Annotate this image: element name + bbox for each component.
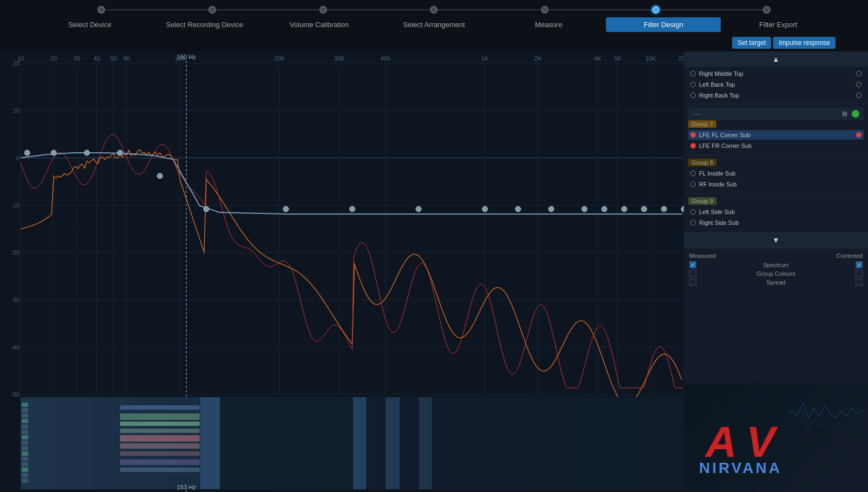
tab-filter-design[interactable]: Filter Design — [606, 17, 721, 32]
spread-corrected-check[interactable] — [856, 279, 863, 286]
indicator-lfe-fl — [856, 132, 862, 138]
group-colours-measured-check[interactable] — [689, 270, 696, 277]
other-channels-section: Right Middle Top Left Back Top Right Bac… — [684, 67, 868, 104]
group7-header-row: ··· ⊞ — [688, 107, 864, 120]
progress-dot-2[interactable] — [208, 6, 216, 14]
channel-left-back-top[interactable]: Left Back Top — [688, 80, 864, 89]
channel-right-indicator-rbt — [856, 93, 862, 98]
channel-right-middle-top[interactable]: Right Middle Top — [688, 69, 864, 79]
dot-right-side — [690, 220, 696, 225]
channel-lfe-fl-corner-sub[interactable]: LFE FL Corner Sub — [688, 130, 864, 140]
legend-group-colours: Group Colours — [689, 270, 863, 277]
tab-select-device[interactable]: Select Device — [32, 17, 147, 32]
channel-left-side-sub[interactable]: Left Side Sub — [688, 207, 864, 217]
group9-label: Group 9 — [688, 197, 716, 205]
dot-lfe-fl — [690, 132, 696, 138]
channel-right-back-top[interactable]: Right Back Top — [688, 90, 864, 100]
bottom-legend: Measured Corrected ✓ Spectrum ✓ Group Co… — [684, 248, 868, 292]
channel-right-side-sub[interactable]: Right Side Sub — [688, 218, 864, 228]
progress-dot-4[interactable] — [430, 6, 438, 14]
nav-sub-tabs: Set target Impulse response — [732, 37, 836, 49]
svg-text:NIRVANA: NIRVANA — [699, 459, 782, 476]
channel-right-indicator-rmt — [856, 71, 862, 76]
scroll-up-button[interactable]: ▲ — [684, 51, 868, 67]
tab-select-recording-device[interactable]: Select Recording Device — [147, 17, 262, 32]
group7-dots: ··· — [693, 109, 701, 118]
corrected-label: Corrected — [837, 253, 863, 259]
dot-rf-inside — [690, 182, 696, 187]
spread-label: Spread — [701, 279, 851, 286]
progress-dot-3[interactable] — [319, 6, 327, 14]
group9-section: Group 9 Left Side Sub Right Side Sub — [684, 194, 868, 232]
group8-label: Group 8 — [688, 159, 716, 166]
channel-dot-right-middle-top — [690, 71, 696, 76]
spectrum-measured-check[interactable]: ✓ — [689, 261, 696, 268]
right-panel: ▲ Right Middle Top Left Back Top Right B… — [684, 51, 868, 492]
channel-dot-left-back-top — [690, 82, 696, 87]
spectrum-corrected-check[interactable]: ✓ — [856, 261, 863, 268]
channel-lfe-fr-corner-sub[interactable]: LFE FR Corner Sub — [688, 141, 864, 151]
dot-lfe-fr — [690, 143, 696, 148]
group-colours-corrected-check[interactable] — [856, 270, 863, 277]
group8-section: Group 8 FL Inside Sub RF Inside Sub — [684, 156, 868, 194]
scroll-down-button[interactable]: ▼ — [684, 232, 868, 248]
group7-label: Group 7 — [688, 120, 716, 128]
group7-active-indicator[interactable] — [852, 110, 859, 118]
spread-measured-check[interactable] — [689, 279, 696, 286]
group-colours-label: Group Colours — [701, 270, 851, 277]
dot-fl-inside — [690, 171, 696, 176]
progress-dot-6[interactable] — [652, 6, 660, 14]
nav-tabs-row: Select Device Select Recording Device Vo… — [0, 17, 868, 32]
top-nav: Select Device Select Recording Device Vo… — [0, 0, 868, 49]
main-chart-canvas[interactable] — [0, 51, 684, 492]
spectrum-label: Spectrum — [701, 262, 851, 268]
progress-bar — [0, 4, 868, 15]
channel-right-indicator-lbt — [856, 82, 862, 87]
dot-left-side — [690, 209, 696, 215]
svg-text:A: A — [704, 418, 737, 466]
main-chart-area — [0, 51, 684, 492]
tab-volume-calibration[interactable]: Volume Calibration — [262, 17, 377, 32]
measured-label: Measured — [689, 253, 716, 259]
svg-text:V: V — [746, 418, 778, 466]
tab-measure[interactable]: Measure — [491, 17, 606, 32]
channel-dot-right-back-top — [690, 93, 696, 98]
tab-select-arrangement[interactable]: Select Arrangement — [377, 17, 492, 32]
channel-rf-inside-sub[interactable]: RF Inside Sub — [688, 179, 864, 189]
nirvana-logo: A V NIRVANA — [684, 384, 868, 492]
progress-dot-7[interactable] — [763, 6, 771, 14]
legend-spread: Spread — [689, 279, 863, 286]
tab-filter-export[interactable]: Filter Export — [721, 17, 836, 32]
tab-impulse-response[interactable]: Impulse response — [773, 37, 836, 49]
nirvana-logo-svg: A V NIRVANA — [689, 386, 863, 489]
channel-fl-inside-sub[interactable]: FL Inside Sub — [688, 169, 864, 178]
progress-dot-1[interactable] — [97, 6, 105, 14]
legend-header-row: Measured Corrected — [689, 253, 863, 259]
progress-dot-5[interactable] — [541, 6, 549, 14]
progress-dots — [97, 6, 771, 14]
group7-icon-btn[interactable]: ⊞ — [841, 109, 849, 119]
legend-spectrum: ✓ Spectrum ✓ — [689, 261, 863, 268]
group7-section: ··· ⊞ Group 7 LFE FL Corner Sub LFE FR C… — [684, 104, 868, 156]
tab-set-target[interactable]: Set target — [732, 37, 771, 49]
